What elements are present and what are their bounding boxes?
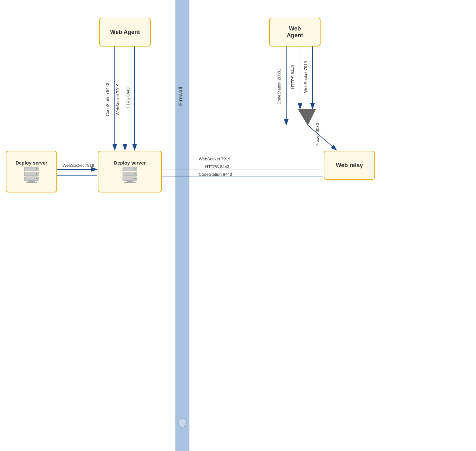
svg-rect-3 — [176, 0, 189, 451]
label-https-8443-left: HTTPS 8443 — [126, 87, 130, 111]
svg-line-15 — [308, 125, 337, 150]
web-agent-right-label: WebAgent — [287, 25, 303, 39]
web-relay: Web relay — [324, 151, 375, 180]
svg-point-29 — [134, 178, 136, 179]
web-agent-left: Web Agent — [99, 18, 151, 47]
firewall-label: Firewall — [178, 87, 183, 106]
svg-point-28 — [134, 173, 136, 174]
deploy-server-center: Deploy server — [98, 151, 162, 192]
label-websocket-relay: WebSocket 7919 — [199, 157, 230, 161]
label-websocket-7919-horiz: WebSocket 7919 — [63, 163, 94, 168]
label-websocket-7919-right: WebSocket 7919 — [303, 61, 308, 93]
connection-arrows: Firewall CodeStation 8443 WebSocket 7919… — [0, 0, 476, 451]
deploy-server-center-label: Deploy server — [114, 160, 146, 166]
svg-point-27 — [134, 168, 136, 170]
label-websocket-7919-left: WebSocket 7919 — [115, 84, 120, 115]
deploy-server-left: Deploy server — [6, 151, 57, 192]
label-proxy-20080: Proxy 20080 — [315, 123, 320, 147]
svg-point-20 — [36, 173, 37, 174]
svg-rect-23 — [26, 182, 37, 183]
label-https-8443-right: HTTPS 8443 — [290, 65, 295, 89]
label-codestation-8443-left: CodeStation 8443 — [105, 83, 110, 116]
web-agent-left-label: Web Agent — [110, 29, 140, 36]
deploy-server-left-label: Deploy server — [15, 160, 47, 166]
svg-rect-31 — [124, 182, 136, 183]
label-codestation-20081: CodeStation 20081 — [277, 69, 281, 104]
architecture-diagram: Firewall CodeStation 8443 WebSocket 7919… — [0, 0, 476, 451]
svg-point-19 — [36, 168, 37, 170]
web-agent-right: WebAgent — [269, 18, 321, 47]
shield-icon — [176, 415, 189, 430]
label-https-relay: HTTPS 8443 — [205, 164, 229, 169]
server-icon-left — [22, 166, 41, 183]
svg-point-21 — [36, 178, 37, 179]
label-codestation-relay: CodeStation 8443 — [199, 172, 232, 177]
web-relay-label: Web relay — [336, 162, 363, 169]
server-icon-center — [120, 166, 139, 183]
svg-rect-22 — [28, 181, 35, 182]
svg-rect-30 — [127, 181, 133, 182]
proxy-icon — [298, 109, 316, 125]
